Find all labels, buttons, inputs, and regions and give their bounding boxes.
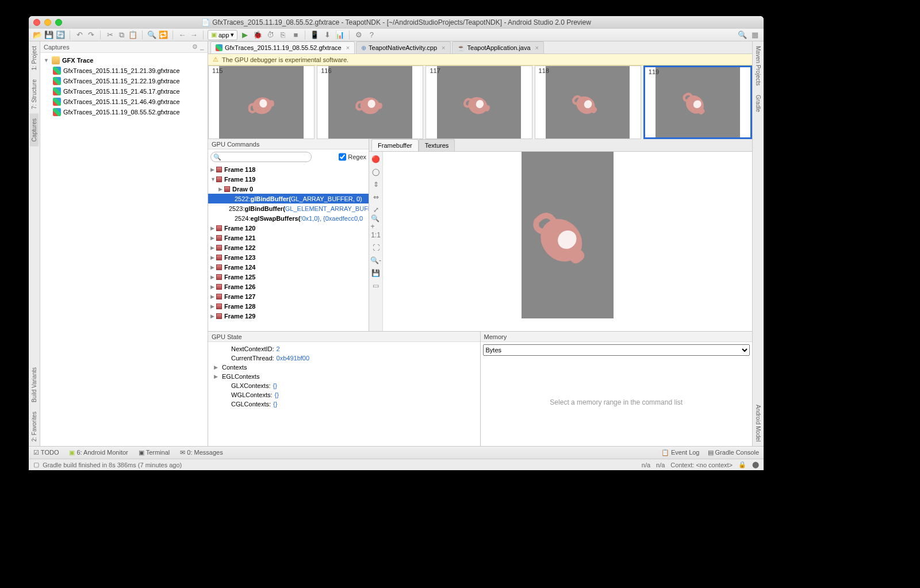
sidebar-tab-maven[interactable]: Maven Projects [754,41,762,90]
frame-thumb-116[interactable]: 116 [317,66,423,139]
save-icon[interactable]: 💾 [44,30,54,40]
save-image-icon[interactable]: 💾 [371,268,381,278]
tab-framebuffer[interactable]: Framebuffer [371,139,419,151]
gpu-command-row[interactable]: ▶Frame 121 [208,233,369,243]
expand-arrow-icon[interactable]: ▼ [44,57,49,63]
gpu-command-row[interactable]: ▼Frame 119 [208,174,369,184]
gpu-command-row[interactable]: ▶Frame 120 [208,223,369,233]
sidebar-tab-build-variants[interactable]: Build Variants [30,363,39,407]
panel-hide-icon[interactable]: ⎯ [200,43,204,51]
tab-textures[interactable]: Textures [419,139,455,151]
gpu-command-row[interactable]: ▶Frame 118 [208,164,369,174]
gpu-state-row[interactable]: CGLContexts: {} [214,399,474,409]
captures-tree[interactable]: ▼ GFX Trace GfxTraces_2015.11.15_21.21.3… [40,53,208,446]
redo-icon[interactable]: ↷ [86,30,96,40]
gpu-state-row[interactable]: ▶Contexts [214,363,474,372]
gpu-state-row[interactable]: GLXContexts: {} [214,381,474,390]
gpu-command-row[interactable]: ▶Draw 0 [208,184,369,194]
bottom-tab-event-log[interactable]: 📋 Event Log [661,449,700,456]
sidebar-tab-captures[interactable]: Captures [30,114,39,147]
memory-format-select[interactable]: Bytes [483,344,750,356]
gpu-state-row[interactable]: ▶EGLContexts [214,372,474,381]
editor-tab-java[interactable]: ☕TeapotApplication.java× [452,41,545,53]
capture-file[interactable]: GfxTraces_2015.11.15_21.22.19.gfxtrace [40,76,208,86]
gpu-state-tree[interactable]: NextContextID: 2CurrentThread: 0xb491bf0… [208,342,480,446]
flip-v-icon[interactable]: ⇕ [371,179,381,190]
back-icon[interactable]: ← [177,30,187,40]
bottom-tab-messages[interactable]: ✉ 0: Messages [180,449,223,456]
settings-icon[interactable]: ⚙ [354,30,364,40]
gpu-commands-tree[interactable]: ▶Frame 118▼Frame 119▶Draw 02522: glBindB… [208,164,369,331]
avd-icon[interactable]: 📱 [309,30,320,40]
gpu-command-row[interactable]: ▶Frame 123 [208,252,369,262]
close-tab-icon[interactable]: × [346,44,350,51]
sdk-icon[interactable]: ⬇ [322,30,332,40]
status-context[interactable]: Context: <no context> [670,462,733,468]
gpu-command-row[interactable]: ▶Frame 129 [208,311,369,321]
status-processes-icon[interactable]: ⬤ [752,461,759,468]
wireframe-icon[interactable]: ◯ [371,167,381,177]
copy-icon[interactable]: ⧉ [116,30,126,40]
bottom-tab-terminal[interactable]: ▣ Terminal [139,449,170,456]
framebuffer-view[interactable] [383,152,752,331]
gpu-command-row[interactable]: ▶Frame 126 [208,282,369,291]
cut-icon[interactable]: ✂ [105,30,115,40]
gpu-command-row[interactable]: 2524: eglSwapBuffers(!0x1,0}, {0xaedfecc… [208,213,369,223]
search-everywhere-icon[interactable]: 🔍 [737,30,747,40]
capture-file[interactable]: GfxTraces_2015.11.15_21.46.49.gfxtrace [40,97,208,107]
gpu-state-row[interactable]: NextContextID: 2 [214,344,474,353]
ide-settings-icon[interactable]: ▦ [750,30,760,40]
zoom-fit-icon[interactable]: ⛶ [371,243,381,253]
capture-file[interactable]: GfxTraces_2015.11.19_08.55.52.gfxtrace [40,107,208,117]
bottom-tab-gradle-console[interactable]: ▤ Gradle Console [708,449,760,456]
gpu-command-row[interactable]: ▶Frame 124 [208,262,369,272]
gpu-state-row[interactable]: WGLContexts: {} [214,390,474,399]
frame-thumb-119[interactable]: 119 [643,66,752,139]
sync-icon[interactable]: 🔄 [55,30,66,40]
replace-icon[interactable]: 🔁 [158,30,168,40]
sidebar-tab-structure[interactable]: 7: Structure [30,75,39,114]
transpose-icon[interactable]: ⤢ [371,205,381,215]
status-toggle-icon[interactable]: ▢ [33,461,39,468]
sidebar-tab-android-model[interactable]: Android Model [754,400,762,446]
open-icon[interactable]: 📂 [32,30,43,40]
frame-thumbnail-strip[interactable]: 115 116 117 118 119 [208,66,752,139]
sidebar-tab-gradle[interactable]: Gradle [754,90,762,117]
run-config-selector[interactable]: ▣ app ▾ [208,30,237,40]
monitor-icon[interactable]: 📊 [335,30,345,40]
gpu-command-row[interactable]: ▶Frame 128 [208,301,369,311]
gpu-command-row[interactable]: 2523: glBindBuffer(GL_ELEMENT_ARRAY_BUFF [208,203,369,213]
gpu-state-row[interactable]: CurrentThread: 0xb491bf00 [214,353,474,363]
gpu-command-row[interactable]: ▶Frame 127 [208,291,369,301]
debug-button[interactable]: 🐞 [252,30,263,40]
paste-icon[interactable]: 📋 [128,30,138,40]
editor-tab-gfxtrace[interactable]: GfxTraces_2015.11.19_08.55.52.gfxtrace× [210,41,355,53]
color-channel-icon[interactable]: 🔴 [371,154,381,164]
zoom-out-icon[interactable]: 🔍- [371,255,381,266]
captures-root[interactable]: ▼ GFX Trace [40,55,208,66]
gpu-command-row[interactable]: ▶Frame 125 [208,272,369,282]
sidebar-tab-project[interactable]: 1: Project [30,41,39,75]
sidebar-tab-favorites[interactable]: 2: Favorites [30,407,39,446]
undo-icon[interactable]: ↶ [74,30,85,40]
panel-gear-icon[interactable]: ⚙ [192,43,198,51]
close-tab-icon[interactable]: × [535,44,539,51]
status-lock-icon[interactable]: 🔒 [738,461,746,468]
frame-thumb-118[interactable]: 118 [535,66,641,139]
stop-button[interactable]: ■ [290,30,301,40]
bottom-tab-android-monitor[interactable]: ▣ 6: Android Monitor [69,449,128,456]
zoom-in-icon[interactable]: 🔍+ [371,217,381,228]
frame-thumb-115[interactable]: 115 [208,66,315,139]
attach-button[interactable]: ⎘ [278,30,288,40]
close-tab-icon[interactable]: × [442,44,445,51]
gpu-commands-search-input[interactable] [210,152,312,162]
gpu-command-row[interactable]: 2522: glBindBuffer(GL_ARRAY_BUFFER, 0) [208,194,369,203]
flip-h-icon[interactable]: ⇔ [371,192,381,202]
forward-icon[interactable]: → [189,30,199,40]
capture-file[interactable]: GfxTraces_2015.11.15_21.45.17.gfxtrace [40,86,208,97]
regex-checkbox[interactable]: Regex [339,152,366,162]
help-icon[interactable]: ? [366,30,377,40]
bottom-tab-todo[interactable]: ☑ TODO [33,449,59,456]
zoom-actual-icon[interactable]: 1:1 [371,230,381,240]
gpu-command-row[interactable]: ▶Frame 122 [208,243,369,252]
